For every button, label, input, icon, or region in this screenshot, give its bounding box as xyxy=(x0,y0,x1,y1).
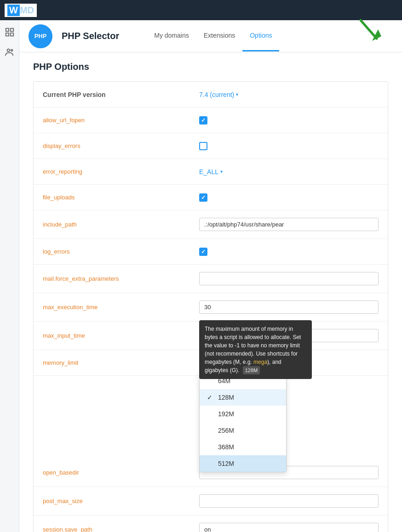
display-errors-row: display_errors xyxy=(34,133,388,159)
php-version-selector[interactable]: 7.4 (current) ▾ xyxy=(199,91,238,98)
sidebar-users-icon[interactable] xyxy=(2,45,17,60)
memory-limit-tooltip: The maximum amount of memory in bytes a … xyxy=(199,320,312,379)
logo: W M D xyxy=(5,4,37,17)
memory-limit-row: memory_limit 128M ▾ The maximum amount o… xyxy=(34,350,388,376)
session-save-path-label: session.save_path xyxy=(43,526,199,532)
svg-rect-3 xyxy=(10,33,13,36)
log-errors-label: log_errors xyxy=(43,248,199,255)
sidebar xyxy=(0,20,19,532)
memory-limit-dropdown: 64M ✓ 128M 192M xyxy=(199,372,287,472)
dropdown-item-512m[interactable]: 512M xyxy=(200,455,286,472)
current-php-label: Current PHP version xyxy=(43,91,199,98)
dropdown-item-368m[interactable]: 368M xyxy=(200,439,286,455)
svg-rect-0 xyxy=(6,28,8,31)
tab-options[interactable]: Options xyxy=(242,21,279,51)
max-input-time-label: max_input_time xyxy=(43,332,199,339)
tab-my-domains[interactable]: My domains xyxy=(147,21,196,51)
svg-rect-2 xyxy=(6,33,8,36)
post-max-size-input[interactable] xyxy=(199,494,379,508)
open-basedir-label: open_basedir xyxy=(43,469,199,476)
include-path-row: include_path xyxy=(34,210,388,239)
file-uploads-checkbox[interactable] xyxy=(199,193,207,202)
file-uploads-label: file_uploads xyxy=(43,194,199,201)
php-selector-header: PHP PHP Selector My domains Extensions O… xyxy=(19,20,402,52)
error-reporting-arrow: ▾ xyxy=(220,169,223,174)
php-selector-title: PHP Selector xyxy=(62,31,119,41)
svg-rect-1 xyxy=(10,28,13,31)
include-path-label: include_path xyxy=(43,221,199,228)
top-bar: W M D xyxy=(0,0,402,20)
error-reporting-selector[interactable]: E_ALL ▾ xyxy=(199,168,223,175)
display-errors-checkbox[interactable] xyxy=(199,142,207,150)
post-max-size-row: post_max_size xyxy=(34,487,388,515)
dropdown-item-256m[interactable]: 256M xyxy=(200,422,286,439)
dropdown-item-128m[interactable]: ✓ 128M xyxy=(200,389,286,406)
svg-point-5 xyxy=(11,50,12,51)
php-logo: PHP xyxy=(29,24,52,48)
file-uploads-row: file_uploads xyxy=(34,185,388,210)
max-execution-time-input[interactable] xyxy=(199,300,379,314)
session-save-path-row: session.save_path xyxy=(34,515,388,532)
nav-tabs: My domains Extensions Options xyxy=(147,21,279,51)
green-arrow-indicator xyxy=(356,16,384,45)
session-save-path-input[interactable] xyxy=(199,523,379,532)
dropdown-item-192m[interactable]: 192M xyxy=(200,406,286,422)
log-errors-row: log_errors xyxy=(34,239,388,265)
php-version-arrow: ▾ xyxy=(236,92,238,97)
mail-force-row: mail.force_extra_parameters xyxy=(34,265,388,293)
svg-point-4 xyxy=(7,49,10,52)
error-reporting-row: error_reporting E_ALL ▾ xyxy=(34,159,388,185)
include-path-input[interactable] xyxy=(199,218,379,231)
php-options-section: Current PHP version 7.4 (current) ▾ allo… xyxy=(33,81,388,532)
content-area: PHP Options Current PHP version 7.4 (cur… xyxy=(19,52,402,532)
mail-force-input[interactable] xyxy=(199,272,379,285)
current-php-version-row: Current PHP version 7.4 (current) ▾ xyxy=(34,82,388,108)
allow-url-fopen-checkbox[interactable] xyxy=(199,116,207,125)
memory-limit-label: memory_limit xyxy=(43,359,199,366)
max-execution-time-label: max_execution_time xyxy=(43,304,199,311)
tooltip-badge: 128M xyxy=(243,366,260,375)
display-errors-label: display_errors xyxy=(43,142,199,149)
sidebar-grid-icon[interactable] xyxy=(2,25,17,40)
max-execution-time-row: max_execution_time xyxy=(34,293,388,322)
error-reporting-label: error_reporting xyxy=(43,168,199,175)
tab-extensions[interactable]: Extensions xyxy=(196,21,242,51)
svg-line-6 xyxy=(361,20,377,39)
allow-url-fopen-row: allow_url_fopen xyxy=(34,108,388,133)
allow-url-fopen-label: allow_url_fopen xyxy=(43,117,199,124)
page-title: PHP Options xyxy=(33,62,388,72)
mail-force-label: mail.force_extra_parameters xyxy=(43,275,199,282)
post-max-size-label: post_max_size xyxy=(43,498,199,504)
log-errors-checkbox[interactable] xyxy=(199,248,207,256)
